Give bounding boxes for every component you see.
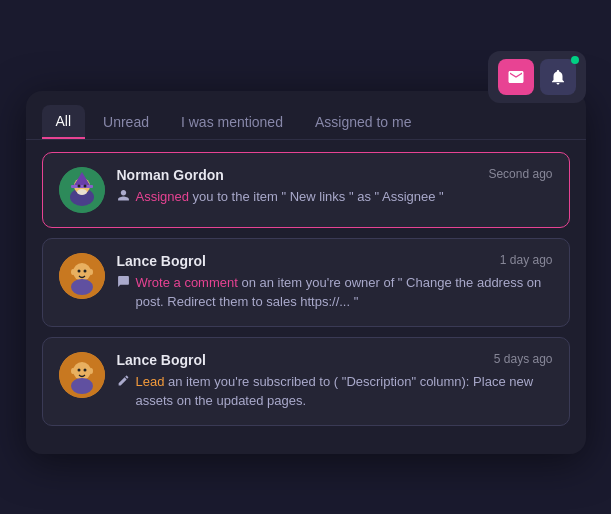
- avatar: [59, 352, 105, 398]
- notification-header: Lance Bogrol 1 day ago: [117, 253, 553, 269]
- svg-point-5: [77, 184, 80, 187]
- svg-point-19: [83, 368, 86, 371]
- notification-detail: an item you're subscribed to ( "Descript…: [136, 374, 534, 409]
- action-word: Lead: [136, 374, 165, 389]
- svg-point-17: [71, 378, 93, 394]
- notification-item[interactable]: Lance Bogrol 1 day ago Wrote a comment o…: [42, 238, 570, 327]
- svg-point-18: [77, 368, 80, 371]
- notification-text: Assigned you to the item " New links " a…: [136, 187, 444, 207]
- svg-point-13: [71, 269, 75, 275]
- svg-point-11: [77, 269, 80, 272]
- avatar: [59, 167, 105, 213]
- bell-icon: [549, 68, 567, 86]
- svg-point-21: [89, 368, 93, 374]
- top-icon-bar: [488, 51, 586, 103]
- svg-rect-4: [71, 185, 93, 188]
- svg-point-10: [71, 279, 93, 295]
- notification-item[interactable]: Norman Gordon Second ago Assigned you to…: [42, 152, 570, 228]
- mail-button[interactable]: [498, 59, 534, 95]
- bell-button[interactable]: [540, 59, 576, 95]
- notification-content: Assigned you to the item " New links " a…: [117, 187, 553, 208]
- notification-text: Lead an item you're subscribed to ( "Des…: [136, 372, 553, 411]
- notification-content: Lead an item you're subscribed to ( "Des…: [117, 372, 553, 411]
- mail-icon: [507, 68, 525, 86]
- notification-time: 1 day ago: [500, 253, 553, 267]
- avatar: [59, 253, 105, 299]
- svg-point-7: [77, 189, 87, 195]
- svg-point-20: [71, 368, 75, 374]
- notification-panel: All Unread I was mentioned Assigned to m…: [26, 91, 586, 454]
- svg-point-9: [73, 263, 91, 281]
- svg-point-12: [83, 269, 86, 272]
- tab-mentioned[interactable]: I was mentioned: [167, 106, 297, 138]
- tab-assigned[interactable]: Assigned to me: [301, 106, 426, 138]
- svg-point-16: [73, 362, 91, 380]
- notification-detail: you to the item " New links " as " Assig…: [189, 189, 444, 204]
- notification-time: 5 days ago: [494, 352, 553, 366]
- notification-body: Lance Bogrol 1 day ago Wrote a comment o…: [117, 253, 553, 312]
- notification-item[interactable]: Lance Bogrol 5 days ago Lead an item you…: [42, 337, 570, 426]
- svg-point-6: [83, 184, 86, 187]
- svg-point-14: [89, 269, 93, 275]
- notification-text: Wrote a comment on an item you're owner …: [136, 273, 553, 312]
- notification-sender: Lance Bogrol: [117, 352, 206, 368]
- action-word: Assigned: [136, 189, 189, 204]
- notification-list: Norman Gordon Second ago Assigned you to…: [26, 140, 586, 438]
- tab-unread[interactable]: Unread: [89, 106, 163, 138]
- notif-icon: [117, 187, 130, 208]
- notification-time: Second ago: [488, 167, 552, 181]
- bell-badge: [571, 56, 579, 64]
- notification-content: Wrote a comment on an item you're owner …: [117, 273, 553, 312]
- notif-icon: [117, 273, 130, 294]
- notification-header: Lance Bogrol 5 days ago: [117, 352, 553, 368]
- notif-icon: [117, 372, 130, 393]
- tab-all[interactable]: All: [42, 105, 86, 139]
- action-word: Wrote a comment: [136, 275, 238, 290]
- notification-sender: Norman Gordon: [117, 167, 224, 183]
- notification-body: Lance Bogrol 5 days ago Lead an item you…: [117, 352, 553, 411]
- notification-header: Norman Gordon Second ago: [117, 167, 553, 183]
- notification-body: Norman Gordon Second ago Assigned you to…: [117, 167, 553, 213]
- notification-sender: Lance Bogrol: [117, 253, 206, 269]
